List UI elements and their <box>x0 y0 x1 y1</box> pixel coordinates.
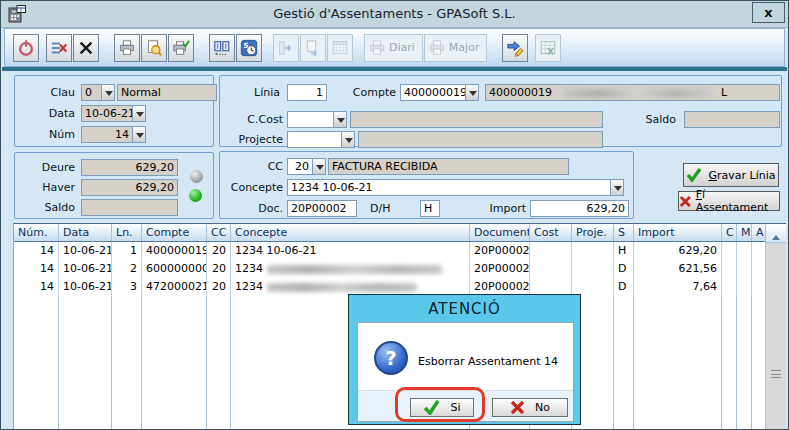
concepte-field[interactable]: 1234 10-06-21 <box>287 179 611 196</box>
app-window: Gestió d'Assentaments - GPASoft S.L. x S <box>0 0 789 430</box>
cell-import: 7,64 <box>634 278 722 296</box>
first-entry-button[interactable] <box>273 34 299 62</box>
dialog-yes-label: Si <box>450 401 460 414</box>
edit-entry-button[interactable] <box>502 34 528 62</box>
gravar-linia-button[interactable]: Gravar Línia <box>683 163 779 187</box>
linia-field[interactable]: 1 <box>287 84 327 101</box>
saldo-total-field <box>81 199 178 216</box>
clau-text-field: Normal <box>117 84 217 101</box>
col-header-a[interactable]: A <box>752 224 766 241</box>
num-field[interactable]: 14 <box>81 126 133 143</box>
dialog-no-button[interactable]: No <box>492 398 568 417</box>
compte-display-suffix: L <box>721 86 727 99</box>
cell-num: 14 <box>14 278 59 296</box>
scroll-up-icon[interactable] <box>766 224 786 243</box>
projecte-dropdown-button[interactable] <box>341 131 355 148</box>
col-header-num[interactable]: Núm. <box>14 224 59 241</box>
deure-field: 629,20 <box>81 159 178 176</box>
cancel-button[interactable] <box>73 34 99 62</box>
import-label: Import <box>470 200 526 217</box>
ccost-field[interactable] <box>287 111 334 128</box>
data-dropdown-button[interactable] <box>132 105 146 122</box>
doc-field[interactable]: 20P00002 <box>287 200 357 217</box>
close-button[interactable]: x <box>752 2 785 23</box>
col-header-s[interactable]: S <box>614 224 634 241</box>
num-label: Núm <box>15 126 75 143</box>
col-header-m[interactable]: M <box>737 224 752 241</box>
num-dropdown-button[interactable] <box>132 126 146 143</box>
print-preview-button[interactable] <box>141 34 167 62</box>
line-account-panel: Línia 1 Compte 400000019 400000019 L C.C… <box>219 75 782 147</box>
import-field[interactable]: 629,20 <box>530 200 629 217</box>
compte-display-field: 400000019 L <box>485 84 780 101</box>
col-header-data[interactable]: Data <box>59 224 112 241</box>
clau-value-field[interactable]: 0 <box>81 84 102 101</box>
print-setup-button[interactable] <box>168 34 194 62</box>
fi-assentament-button[interactable]: Fí Assentament <box>678 191 780 211</box>
export-excel-button[interactable] <box>535 34 561 62</box>
compte-field[interactable]: 400000019 <box>400 84 466 101</box>
ccost-label: C.Cost <box>220 111 283 128</box>
col-header-proje[interactable]: Proje. <box>572 224 614 241</box>
cell-compte: 472000021 <box>142 278 207 296</box>
next-entry-button[interactable] <box>300 34 326 62</box>
cell-compte: 600000000 <box>142 260 207 278</box>
cell-proje <box>572 242 614 260</box>
cell-cc: 20 <box>207 260 231 278</box>
compte-dropdown-button[interactable] <box>465 84 479 101</box>
balance-indicator-green-icon <box>189 189 202 202</box>
title-bar: Gestió d'Assentaments - GPASoft S.L. x <box>1 1 788 28</box>
printer-icon <box>118 39 136 57</box>
data-field[interactable]: 10-06-21 <box>81 105 133 122</box>
clau-dropdown-button[interactable] <box>101 84 115 101</box>
cell-ln: 2 <box>112 260 142 278</box>
col-header-cc[interactable]: CC <box>207 224 231 241</box>
cell-compte: 400000019 <box>142 242 207 260</box>
deure-label: Deure <box>15 159 75 176</box>
vertical-scrollbar[interactable] <box>765 224 786 429</box>
concepte-dropdown-button[interactable] <box>610 179 624 196</box>
gravar-linia-label: Gravar Línia <box>708 169 775 182</box>
printer-icon <box>428 39 446 57</box>
main-toolbar: S Diari Major <box>4 28 785 67</box>
calendar-button[interactable] <box>327 34 353 62</box>
print-button[interactable] <box>114 34 140 62</box>
cell-a <box>752 242 766 260</box>
scrollbar-grip[interactable] <box>771 370 781 378</box>
cell-c <box>722 260 737 278</box>
col-header-document[interactable]: Document <box>470 224 530 241</box>
col-header-ln[interactable]: Ln. <box>112 224 142 241</box>
projecte-field[interactable] <box>287 131 342 148</box>
diari-label: Diari <box>389 41 415 54</box>
cell-concepte: 1234 <box>231 260 470 278</box>
col-header-compte[interactable]: Compte <box>142 224 207 241</box>
exit-button[interactable] <box>13 34 39 62</box>
print-major-button[interactable]: Major <box>424 34 488 62</box>
col-header-c[interactable]: C <box>722 224 737 241</box>
ccost-display-field <box>350 111 603 128</box>
subaccounts-button[interactable]: S <box>236 34 262 62</box>
table-row[interactable]: 14 10-06-21 1 400000019 20 1234 10-06-21… <box>14 242 766 260</box>
print-diari-button[interactable]: Diari <box>364 34 423 62</box>
col-header-import[interactable]: Import <box>634 224 722 241</box>
balance-indicator-gray-icon <box>190 170 203 183</box>
dh-field[interactable]: H <box>420 200 440 217</box>
cc-dropdown-button[interactable] <box>312 158 326 175</box>
ccost-dropdown-button[interactable] <box>333 111 347 128</box>
concept-panel: CC 20 FACTURA RECIBIDA Concepte 1234 10-… <box>219 151 634 219</box>
cell-data: 10-06-21 <box>59 260 112 278</box>
saldo-line-field <box>684 111 780 128</box>
col-header-cost[interactable]: Cost <box>530 224 572 241</box>
cell-a <box>752 260 766 278</box>
col-header-concepte[interactable]: Concepte <box>231 224 470 241</box>
table-row[interactable]: 14 10-06-21 2 600000000 20 1234 20P00002… <box>14 260 766 278</box>
ledger-button[interactable] <box>209 34 235 62</box>
cc-field[interactable]: 20 <box>287 158 313 175</box>
delete-record-icon <box>50 39 68 57</box>
dh-label: D/H <box>370 200 398 217</box>
dialog-yes-button[interactable]: Si <box>410 398 474 417</box>
question-icon: ? <box>374 341 408 375</box>
cell-ln: 3 <box>112 278 142 296</box>
delete-record-button[interactable] <box>46 34 72 62</box>
cell-s: D <box>614 260 634 278</box>
